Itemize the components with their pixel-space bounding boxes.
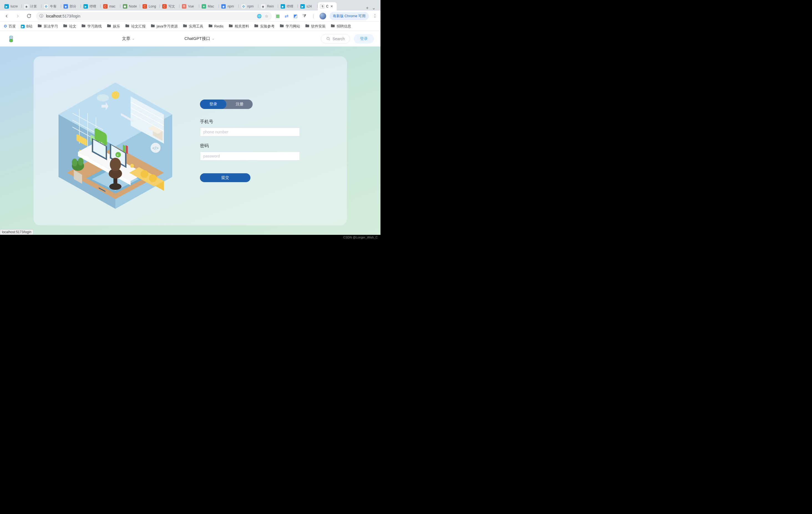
svg-rect-30	[123, 145, 125, 152]
tab-favicon-icon: C	[143, 4, 147, 8]
browser-tab[interactable]: ✪牛客	[41, 2, 60, 10]
phone-input[interactable]	[200, 127, 300, 137]
tab-register[interactable]: 注册	[226, 99, 253, 109]
browser-tab[interactable]: ⬢Node	[121, 2, 140, 10]
fold-icon	[125, 24, 129, 29]
bookmark-star-icon[interactable]: ☆	[265, 14, 268, 18]
bookmark-item[interactable]: ✪百度	[4, 24, 16, 29]
new-tab-button[interactable]: +	[366, 5, 369, 10]
reload-button[interactable]	[25, 12, 33, 20]
tab-label: 部分	[69, 4, 76, 9]
chevron-down-icon: ⌄	[212, 37, 214, 40]
browser-tab[interactable]: ⚗C✕	[318, 2, 337, 10]
fold-icon	[63, 24, 67, 29]
browser-tab[interactable]: ◆npm	[219, 2, 238, 10]
svg-point-0	[9, 36, 13, 39]
bookmark-item[interactable]: 实用工具	[183, 24, 203, 29]
tab-label: 哔哩	[287, 4, 293, 9]
browser-tabstrip: ▶lucre|◉计算|✪牛客|◆部分|▶哔哩|Cmac|⬢Node|CLong|…	[0, 0, 380, 10]
site-info-icon[interactable]: ⓘ	[39, 13, 43, 19]
tab-label: 写文	[168, 4, 175, 9]
bookmark-label: 娱乐	[113, 24, 120, 29]
tabs-menu-button[interactable]: ⌄	[372, 5, 376, 10]
browser-tab[interactable]: 简Vue	[180, 2, 199, 10]
tab-favicon-icon: ▶	[4, 4, 9, 8]
divider-icon: |	[311, 13, 316, 19]
bookmark-item[interactable]: 学习网站	[280, 24, 300, 29]
tab-favicon-icon: ◉	[24, 4, 29, 8]
url-text: localhost:5173/login	[46, 14, 80, 18]
browser-tab[interactable]: ▶哔哩	[279, 2, 297, 10]
browser-tab[interactable]: ◉计算	[22, 2, 41, 10]
search-button[interactable]: Search	[321, 34, 350, 43]
extension-3-icon[interactable]: ◩	[293, 13, 298, 19]
fold-icon	[107, 24, 111, 29]
chrome-menu-icon[interactable]: ⋮	[372, 13, 378, 19]
tab-label: Mac	[208, 4, 214, 8]
bookmark-label: java学习资源	[157, 24, 178, 29]
chrome-update-button[interactable]: 有新版 Chrome 可用	[329, 12, 369, 20]
browser-tab[interactable]: ◆部分	[61, 2, 80, 10]
bookmark-label: 学习网站	[286, 24, 300, 29]
bookmark-item[interactable]: 学习路线	[81, 24, 102, 29]
bookmark-item[interactable]: 娱乐	[107, 24, 120, 29]
app-logo[interactable]	[7, 34, 16, 43]
bookmark-item[interactable]: 算法学习	[37, 24, 58, 29]
bookmark-label: 相关资料	[235, 24, 249, 29]
bookmark-item[interactable]: 论文汇报	[125, 24, 146, 29]
bookmark-item[interactable]: java学习资源	[151, 24, 178, 29]
browser-tab[interactable]: ▶s24	[298, 2, 317, 10]
svg-point-27	[112, 91, 119, 99]
tab-favicon-icon: ◆	[221, 4, 226, 8]
forward-button[interactable]	[14, 12, 22, 20]
browser-tab[interactable]: ▶哔哩	[81, 2, 100, 10]
browser-tab[interactable]: CLong	[140, 2, 159, 10]
browser-tab[interactable]: ◉Rein	[259, 2, 278, 10]
tab-label: 哔哩	[90, 4, 96, 9]
browser-tab[interactable]: ▶lucre	[2, 2, 21, 10]
hero-illustration: </>	[53, 71, 178, 210]
translate-icon[interactable]: 🌐	[257, 14, 262, 18]
bookmark-item[interactable]: 实验参考	[254, 24, 274, 29]
browser-tab[interactable]: ✪npm	[239, 2, 258, 10]
extensions-puzzle-icon[interactable]: ⧩	[302, 13, 307, 19]
fold-icon	[183, 24, 187, 29]
tab-favicon-icon: ▶	[84, 4, 88, 8]
bookmark-label: 论文汇报	[131, 24, 146, 29]
tab-favicon-icon: ✪	[241, 4, 246, 8]
tab-label: mac	[109, 4, 116, 8]
url-field[interactable]: ⓘ localhost:5173/login 🌐 ☆	[36, 12, 272, 20]
bookmark-item[interactable]: 招聘信息	[330, 24, 351, 29]
svg-point-2	[11, 37, 12, 37]
bookmark-label: B站	[26, 24, 32, 29]
tab-label: s24	[307, 4, 312, 8]
bookmark-item[interactable]: 软件安装	[305, 24, 326, 29]
tab-label: npm	[248, 4, 254, 8]
bookmark-label: 百度	[8, 24, 16, 29]
tab-label: Vue	[188, 4, 194, 8]
tab-login[interactable]: 登录	[200, 99, 226, 109]
browser-tab[interactable]: ▼Mac	[199, 2, 218, 10]
submit-button[interactable]: 提交	[200, 173, 251, 182]
browser-tab[interactable]: Cmac	[101, 2, 120, 10]
nav-articles[interactable]: 文章⌄	[122, 36, 135, 41]
tab-favicon-icon: ▶	[281, 4, 285, 8]
extension-2-icon[interactable]: ⇄	[284, 13, 290, 19]
back-button[interactable]	[3, 12, 10, 20]
nav-chatgpt[interactable]: ChatGPT接口⌄	[184, 36, 214, 41]
bookmark-item[interactable]: Redis	[208, 24, 224, 29]
bookmark-item[interactable]: 论文	[63, 24, 76, 29]
extension-1-icon[interactable]: ▦	[275, 13, 281, 19]
bookmark-item[interactable]: ▶B站	[21, 24, 32, 29]
page-background: </>	[0, 47, 380, 235]
profile-avatar[interactable]	[319, 13, 326, 20]
tab-label: 计算	[30, 4, 37, 9]
password-input[interactable]	[200, 152, 300, 160]
bookmark-item[interactable]: 相关资料	[229, 24, 249, 29]
close-tab-icon[interactable]: ✕	[330, 4, 333, 8]
browser-tab[interactable]: C写文	[160, 2, 179, 10]
header-login-button[interactable]: 登录	[354, 34, 374, 43]
tab-label: lucre	[10, 4, 18, 8]
tab-label: Rein	[267, 4, 274, 8]
tab-favicon-icon: ⬢	[123, 4, 127, 8]
